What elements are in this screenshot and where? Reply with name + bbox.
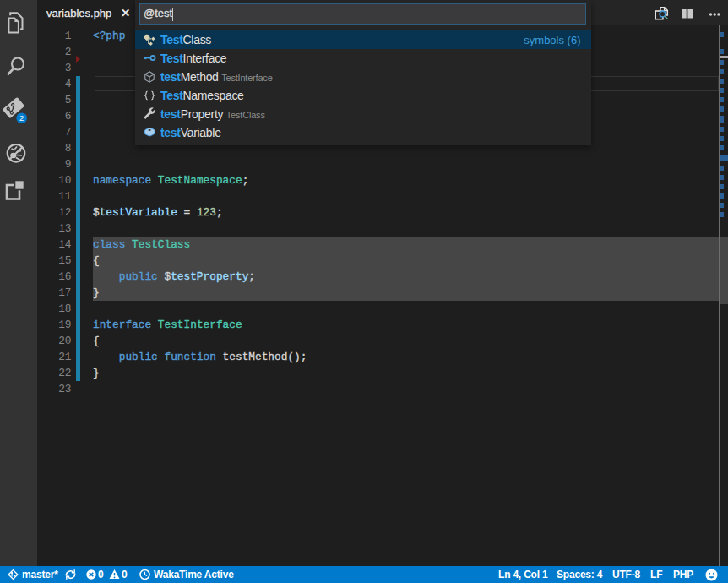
svg-text:2: 2 [19,113,24,123]
